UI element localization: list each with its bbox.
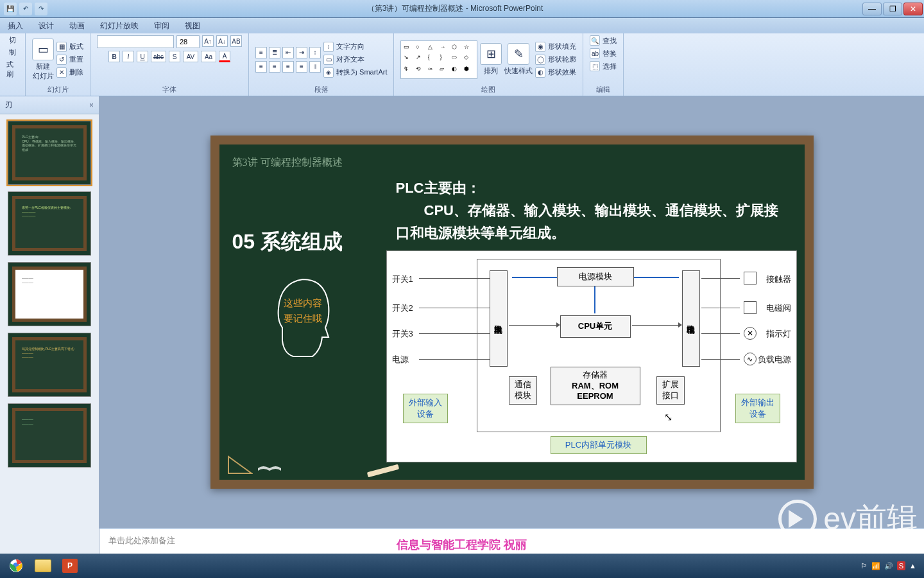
font-color-button[interactable]: A bbox=[219, 51, 230, 62]
tray-flag-icon[interactable]: 🏳 bbox=[860, 562, 868, 570]
slide-thumbnail[interactable]: ────────── bbox=[8, 262, 91, 326]
slide-canvas-area[interactable]: 第3讲 可编程控制器概述 05 系统组成 PLC主要由： CPU、存储器、输入模… bbox=[99, 96, 924, 528]
diag-label-solenoid: 电磁阀 bbox=[766, 302, 791, 314]
underline-button[interactable]: U bbox=[137, 51, 148, 62]
qat-save-icon[interactable]: 💾 bbox=[4, 3, 17, 15]
numbering-button[interactable]: ≣ bbox=[269, 47, 280, 58]
italic-button[interactable]: I bbox=[123, 51, 134, 62]
group-font: 28 A↑ A↓ AB B I U abc S AV Aa A 字体 bbox=[90, 33, 249, 96]
shape-outline-button[interactable]: ◯形状轮廓 bbox=[535, 55, 576, 65]
decrease-indent-button[interactable]: ⇤ bbox=[282, 47, 294, 58]
outline-tab[interactable]: 刃 bbox=[5, 100, 12, 110]
change-case-button[interactable]: Aa bbox=[201, 51, 216, 62]
minimize-button[interactable]: — bbox=[862, 3, 882, 15]
callout-input-devices: 外部输入 设备 bbox=[403, 394, 448, 423]
tab-view[interactable]: 视图 bbox=[185, 21, 200, 31]
close-panel-button[interactable]: × bbox=[89, 101, 94, 110]
tab-review[interactable]: 审阅 bbox=[154, 21, 169, 31]
layout-button[interactable]: ▦版式 bbox=[56, 42, 83, 52]
select-button[interactable]: ⬚选择 bbox=[590, 61, 617, 71]
diag-comm-module: 通信 模块 bbox=[509, 376, 537, 405]
group-clipboard: 切 制 式刷 bbox=[0, 33, 26, 96]
qat-redo-icon[interactable]: ↷ bbox=[35, 3, 47, 15]
shapes-gallery[interactable]: ▭○△→⬡☆ ↘↗{}⬭◇ ↯⟲⬰▱◐⬢ bbox=[400, 40, 477, 79]
book-icon bbox=[257, 455, 282, 472]
ribbon-tabstrip: 插入 设计 动画 幻灯片放映 审阅 视图 bbox=[0, 18, 924, 33]
lamp-icon: ✕ bbox=[744, 327, 757, 340]
format-painter-button[interactable]: 式刷 bbox=[6, 60, 19, 79]
font-size-combo[interactable]: 28 bbox=[176, 35, 200, 48]
bullets-button[interactable]: ≡ bbox=[255, 47, 267, 58]
maximize-button[interactable]: ❐ bbox=[883, 3, 902, 15]
diag-label-switch2: 开关2 bbox=[392, 302, 413, 314]
clear-format-button[interactable]: AB bbox=[230, 35, 242, 47]
tray-network-icon[interactable]: 📶 bbox=[871, 562, 880, 570]
text-direction-button[interactable]: ↕文字方向 bbox=[323, 42, 387, 52]
new-slide-button[interactable]: ▭ 新建 幻灯片 bbox=[32, 39, 54, 81]
copy-button[interactable]: 制 bbox=[9, 48, 16, 57]
columns-button[interactable]: ⫴ bbox=[309, 61, 321, 73]
slide-thumbnail[interactable]: 与其分控制相比,PLC主要具有下特点:────────── bbox=[8, 333, 91, 397]
shadow-button[interactable]: S bbox=[169, 51, 180, 62]
group-editing: 🔍查找 ab替换 ⬚选择 编辑 bbox=[583, 33, 624, 96]
shrink-font-button[interactable]: A↓ bbox=[216, 35, 228, 47]
triangle-ruler-icon bbox=[227, 455, 253, 475]
slide-thumbnail[interactable]: 东莞一台PLC检验仪表的主要模块:──────────── bbox=[8, 191, 91, 256]
diag-expand-port: 扩展 接口 bbox=[656, 376, 685, 405]
system-tray[interactable]: 🏳 📶 🔊 S ▲ bbox=[860, 561, 921, 570]
quick-styles-button[interactable]: ✎快速样式 bbox=[504, 43, 533, 76]
find-button[interactable]: 🔍查找 bbox=[590, 35, 617, 46]
line-spacing-button[interactable]: ↕ bbox=[309, 47, 321, 58]
ribbon: 切 制 式刷 ▭ 新建 幻灯片 ▦版式 ↺重置 ✕删除 幻灯片 28 A↑ A↓ bbox=[0, 33, 924, 96]
convert-smartart-button[interactable]: ◈转换为 SmartArt bbox=[323, 67, 387, 78]
qat-undo-icon[interactable]: ↶ bbox=[19, 3, 32, 15]
chrome-taskbar-icon[interactable] bbox=[3, 556, 30, 575]
tray-ime-icon[interactable]: S bbox=[897, 561, 905, 570]
powerpoint-taskbar-icon[interactable]: P bbox=[56, 556, 83, 575]
tray-sound-icon[interactable]: 🔊 bbox=[884, 562, 893, 570]
tab-design[interactable]: 设计 bbox=[38, 21, 54, 31]
shape-fill-button[interactable]: ◉形状填充 bbox=[535, 42, 576, 52]
align-center-button[interactable]: ≡ bbox=[269, 61, 280, 73]
align-left-button[interactable]: ≡ bbox=[255, 61, 267, 73]
arrange-button[interactable]: ⊞排列 bbox=[480, 43, 502, 76]
bold-button[interactable]: B bbox=[108, 51, 120, 62]
shape-effects-button[interactable]: ◐形状效果 bbox=[535, 67, 576, 78]
slide-subtitle: 第3讲 可编程控制器概述 bbox=[232, 156, 343, 170]
slide-thumbnail[interactable]: ────────── bbox=[8, 403, 91, 468]
justify-button[interactable]: ≡ bbox=[296, 61, 307, 73]
cut-button[interactable]: 切 bbox=[9, 35, 16, 45]
close-button[interactable]: ✕ bbox=[903, 3, 923, 15]
diag-cpu: CPU单元 bbox=[560, 315, 631, 338]
new-slide-icon: ▭ bbox=[32, 39, 54, 60]
align-right-button[interactable]: ≡ bbox=[282, 61, 294, 73]
workspace: 刃 × PLC主要由:CPU、存储器、输入模块、输出模块、通信模块、扩展接口和电… bbox=[0, 96, 924, 559]
tab-insert[interactable]: 插入 bbox=[8, 21, 23, 31]
strike-button[interactable]: abc bbox=[151, 51, 166, 62]
contactor-icon bbox=[744, 272, 757, 285]
grow-font-button[interactable]: A↑ bbox=[202, 35, 214, 47]
tray-more-icon[interactable]: ▲ bbox=[909, 562, 916, 570]
window-titlebar: 💾 ↶ ↷ （第3讲）可编程控制器概述 - Microsoft PowerPoi… bbox=[0, 0, 924, 18]
chalk-props bbox=[227, 455, 282, 475]
increase-indent-button[interactable]: ⇥ bbox=[296, 47, 307, 58]
slide-canvas[interactable]: 第3讲 可编程控制器概述 05 系统组成 PLC主要由： CPU、存储器、输入模… bbox=[210, 136, 814, 489]
quick-styles-icon: ✎ bbox=[508, 43, 529, 65]
align-text-button[interactable]: ▭对齐文本 bbox=[323, 55, 387, 65]
diag-label-indicator: 指示灯 bbox=[766, 328, 791, 340]
solenoid-icon bbox=[744, 301, 757, 314]
delete-button[interactable]: ✕删除 bbox=[56, 67, 83, 78]
diag-label-switch3: 开关3 bbox=[392, 328, 413, 340]
tab-slideshow[interactable]: 幻灯片放映 bbox=[100, 21, 139, 31]
group-label-drawing: 绘图 bbox=[400, 83, 576, 94]
slide-thumbnail[interactable]: PLC主要由:CPU、存储器、输入模块、输出模块、通信模块、扩展接口和电源模块等… bbox=[8, 121, 91, 185]
diag-label-contactor: 接触器 bbox=[766, 274, 791, 285]
diag-label-switch1: 开关1 bbox=[392, 274, 413, 285]
explorer-taskbar-icon[interactable] bbox=[30, 556, 56, 575]
char-spacing-button[interactable]: AV bbox=[183, 51, 198, 62]
quick-access-toolbar: 💾 ↶ ↷ bbox=[0, 3, 47, 15]
tab-animations[interactable]: 动画 bbox=[69, 21, 85, 31]
replace-button[interactable]: ab替换 bbox=[590, 48, 617, 58]
reset-button[interactable]: ↺重置 bbox=[56, 55, 83, 65]
font-family-combo[interactable] bbox=[97, 35, 174, 48]
